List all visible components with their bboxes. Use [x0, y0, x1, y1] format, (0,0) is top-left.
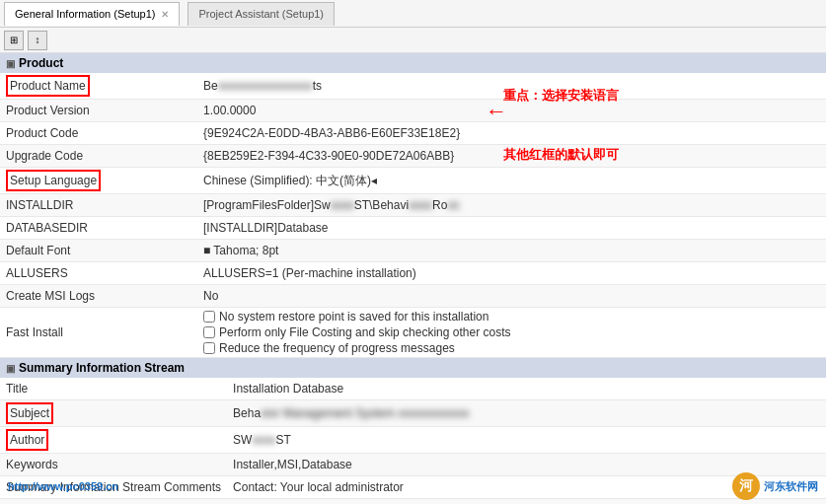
title-label: Title — [0, 378, 227, 400]
databasedir-label: DATABASEDIR — [0, 217, 197, 240]
allusers-label: ALLUSERS — [0, 262, 197, 285]
table-row: Author SWxxxxST — [0, 427, 826, 454]
installdir-value[interactable]: [ProgramFilesFolder]SwxxxxST\BehavixxxxR… — [197, 194, 826, 217]
sort-icon[interactable]: ↕ — [28, 31, 47, 50]
section-product-header[interactable]: ▣ Product — [0, 53, 826, 73]
grid-icon[interactable]: ⊞ — [4, 31, 24, 50]
tab-project-assistant[interactable]: Project Assistant (Setup1) — [188, 2, 335, 26]
fast-install-label: Fast Install — [0, 308, 197, 358]
table-row: Schema 200 — [0, 499, 826, 505]
author-value[interactable]: SWxxxxST — [227, 427, 826, 454]
default-font-value[interactable]: ■ Tahoma; 8pt — [197, 240, 826, 262]
tab-general-information[interactable]: General Information (Setup1) ✕ — [4, 2, 180, 26]
create-msi-logs-label: Create MSI Logs — [0, 285, 197, 308]
keywords-value[interactable]: Installer,MSI,Database — [227, 454, 826, 476]
table-row: Title Installation Database — [0, 378, 826, 400]
databasedir-value[interactable]: [INSTALLDIR]Database — [197, 217, 826, 240]
keywords-label: Keywords — [0, 454, 227, 476]
product-name-value[interactable]: Bexxxxxxxxxxxxxxxxts — [197, 73, 826, 100]
tab-close-icon[interactable]: ✕ — [161, 9, 169, 20]
section-product-label: Product — [19, 56, 63, 70]
table-row: Default Font ■ Tahoma; 8pt — [0, 240, 826, 262]
toggle-summary-icon: ▣ — [6, 363, 15, 374]
table-row: Product Name Bexxxxxxxxxxxxxxxxts — [0, 73, 826, 100]
section-summary-label: Summary Information Stream — [19, 361, 185, 375]
sis-comments-value[interactable]: Contact: Your local administrator — [227, 476, 826, 499]
toolbar: ⊞ ↕ — [0, 28, 826, 53]
title-bar: General Information (Setup1) ✕ Project A… — [0, 0, 826, 28]
fast-install-checkbox2[interactable] — [203, 326, 215, 338]
product-name-label: Product Name — [6, 75, 90, 97]
product-table: Product Name Bexxxxxxxxxxxxxxxxts Produc… — [0, 73, 826, 358]
product-code-value[interactable]: {9E924C2A-E0DD-4BA3-ABB6-E60EF33E18E2} — [197, 122, 826, 145]
fast-install-checkbox1[interactable] — [203, 311, 215, 323]
table-row: INSTALLDIR [ProgramFilesFolder]SwxxxxST\… — [0, 194, 826, 217]
table-row: Product Version 1.00.0000 — [0, 100, 826, 122]
installdir-label: INSTALLDIR — [0, 194, 197, 217]
fast-install-checkbox3[interactable] — [203, 342, 215, 354]
subject-value[interactable]: Behavior Management System xxxxxxxxxxxx — [227, 400, 826, 427]
table-row: Keywords Installer,MSI,Database — [0, 454, 826, 476]
table-row: Setup Language Chinese (Simplified): 中文(… — [0, 168, 826, 194]
table-row: Subject Behavior Management System xxxxx… — [0, 400, 826, 427]
allusers-value[interactable]: ALLUSERS=1 (Per-machine installation) — [197, 262, 826, 285]
sis-comments-label: Summary Information Stream Comments — [0, 476, 227, 499]
table-row: Summary Information Stream Comments Cont… — [0, 476, 826, 499]
table-row: Product Code {9E924C2A-E0DD-4BA3-ABB6-E6… — [0, 122, 826, 145]
product-code-label: Product Code — [0, 122, 197, 145]
main-content: ▣ Product Product Name Bexxxxxxxxxxxxxxx… — [0, 53, 826, 504]
subject-label: Subject — [6, 402, 53, 424]
setup-language-value[interactable]: Chinese (Simplified): 中文(简体)◂ — [197, 168, 826, 194]
fast-install-value: No system restore point is saved for thi… — [197, 308, 826, 358]
table-row: Create MSI Logs No — [0, 285, 826, 308]
upgrade-code-label: Upgrade Code — [0, 145, 197, 168]
schema-label: Schema — [0, 499, 227, 505]
table-row: Upgrade Code {8EB259E2-F394-4C33-90E0-90… — [0, 145, 826, 168]
title-value[interactable]: Installation Database — [227, 378, 826, 400]
table-row: DATABASEDIR [INSTALLDIR]Database — [0, 217, 826, 240]
table-row: Fast Install No system restore point is … — [0, 308, 826, 358]
tab-label: General Information (Setup1) — [15, 8, 155, 20]
setup-language-label: Setup Language — [6, 170, 101, 191]
author-label: Author — [6, 429, 48, 451]
product-version-value[interactable]: 1.00.0000 — [197, 100, 826, 122]
schema-value[interactable]: 200 — [227, 499, 826, 505]
create-msi-logs-value[interactable]: No — [197, 285, 826, 308]
tab-label-2: Project Assistant (Setup1) — [198, 8, 324, 20]
product-version-label: Product Version — [0, 100, 197, 122]
toggle-product-icon: ▣ — [6, 58, 15, 69]
section-summary-header[interactable]: ▣ Summary Information Stream — [0, 358, 826, 378]
summary-table: Title Installation Database Subject Beha… — [0, 378, 826, 504]
default-font-label: Default Font — [0, 240, 197, 262]
upgrade-code-value[interactable]: {8EB259E2-F394-4C33-90E0-90DE72A06ABB} — [197, 145, 826, 168]
table-row: ALLUSERS ALLUSERS=1 (Per-machine install… — [0, 262, 826, 285]
